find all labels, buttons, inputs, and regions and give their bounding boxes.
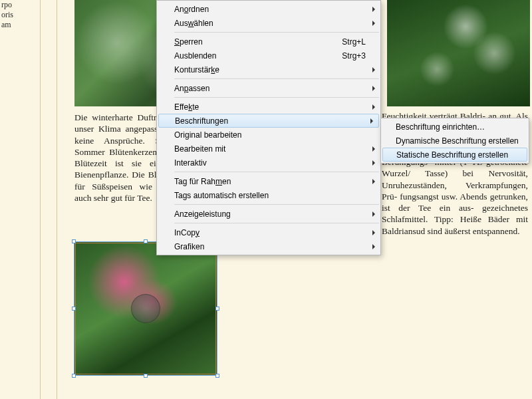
menu-item-anpassen[interactable]: Anpassen xyxy=(157,81,380,95)
image-frame-top-right[interactable] xyxy=(387,0,530,106)
submenu-arrow-icon xyxy=(372,160,375,166)
sidebar-text-fragment: rpoorisam xyxy=(1,0,38,30)
submenu-arrow-icon xyxy=(372,211,375,217)
menu-label: Beschriftung einrichten… xyxy=(396,122,485,132)
image-frame-selected[interactable] xyxy=(74,242,217,375)
menu-label: Tags automatisch erstellen xyxy=(174,191,366,200)
submenu-arrow-icon xyxy=(370,118,373,124)
submenu-arrow-icon xyxy=(372,21,375,26)
menu-label: Original bearbeiten xyxy=(174,130,366,140)
menu-item-tag-fuer-rahmen[interactable]: Tag für Rahmen xyxy=(157,174,380,188)
submenu-arrow-icon xyxy=(372,146,375,152)
submenu-arrow-icon xyxy=(372,244,375,249)
menu-separator xyxy=(174,204,379,205)
menu-label: Anordnen xyxy=(174,5,366,14)
plant-image xyxy=(387,0,530,106)
menu-label: Sperren xyxy=(174,37,342,47)
menu-item-ausblenden[interactable]: Ausblenden Strg+3 xyxy=(157,49,380,63)
menu-label: Auswählen xyxy=(174,19,366,28)
menu-shortcut: Strg+3 xyxy=(342,51,366,61)
submenu-beschriftungen: Beschriftung einrichten… Dynamische Besc… xyxy=(380,118,529,164)
submenu-arrow-icon xyxy=(372,67,375,72)
content-grabber-icon[interactable] xyxy=(131,294,160,323)
menu-item-auswaehlen[interactable]: Auswählen xyxy=(157,16,380,30)
submenu-arrow-icon xyxy=(372,179,375,184)
menu-item-anordnen[interactable]: Anordnen xyxy=(157,2,380,16)
menu-separator xyxy=(174,78,379,79)
menu-item-interaktiv[interactable]: Interaktiv xyxy=(157,156,380,170)
submenu-arrow-icon xyxy=(372,7,375,12)
menu-item-sperren[interactable]: Sperren Strg+L xyxy=(157,35,380,49)
submenu-arrow-icon xyxy=(372,104,375,110)
resize-handle[interactable] xyxy=(72,374,76,378)
menu-separator xyxy=(174,97,379,98)
menu-label: Konturstärke xyxy=(174,65,366,74)
menu-shortcut: Strg+L xyxy=(342,37,366,47)
menu-label: Anpassen xyxy=(174,84,366,93)
menu-label: Grafiken xyxy=(174,242,366,251)
menu-label: Dynamische Beschriftung erstellen xyxy=(396,136,519,146)
margin-guide xyxy=(40,0,41,399)
submenu-item-dynamisch[interactable]: Dynamische Beschriftung erstellen xyxy=(381,134,529,148)
menu-item-tags-auto[interactable]: Tags automatisch erstellen xyxy=(157,188,380,202)
menu-label: Bearbeiten mit xyxy=(174,144,366,154)
menu-separator xyxy=(174,223,379,223)
menu-label: Ausblenden xyxy=(174,51,342,61)
submenu-item-statisch[interactable]: Statische Beschriftung erstellen xyxy=(382,148,527,162)
menu-item-original-bearbeiten[interactable]: Original bearbeiten xyxy=(157,128,380,142)
menu-separator xyxy=(174,172,379,172)
context-menu: Anordnen Auswählen Sperren Strg+L Ausble… xyxy=(156,0,381,255)
menu-item-beschriftungen[interactable]: Beschriftungen xyxy=(158,114,379,128)
resize-handle[interactable] xyxy=(144,374,148,378)
menu-item-bearbeiten-mit[interactable]: Bearbeiten mit xyxy=(157,142,380,156)
menu-label: InCopy xyxy=(174,228,366,237)
menu-label: Effekte xyxy=(174,102,366,112)
menu-label: Tag für Rahmen xyxy=(174,177,366,186)
menu-item-incopy[interactable]: InCopy xyxy=(157,225,380,239)
resize-handle[interactable] xyxy=(215,374,219,378)
menu-label: Interaktiv xyxy=(174,158,366,168)
submenu-arrow-icon xyxy=(372,230,375,235)
margin-guide xyxy=(57,0,57,399)
menu-item-konturstaerke[interactable]: Konturstärke xyxy=(157,63,380,76)
resize-handle[interactable] xyxy=(144,239,148,243)
resize-handle[interactable] xyxy=(215,307,219,311)
menu-item-grafiken[interactable]: Grafiken xyxy=(157,239,380,253)
submenu-arrow-icon xyxy=(372,86,375,91)
menu-label: Statische Beschriftung erstellen xyxy=(396,150,508,160)
menu-separator xyxy=(174,32,379,33)
menu-label: Anzeigeleistung xyxy=(174,209,366,219)
resize-handle[interactable] xyxy=(72,307,76,311)
menu-item-anzeigeleistung[interactable]: Anzeigeleistung xyxy=(157,207,380,221)
menu-item-effekte[interactable]: Effekte xyxy=(157,100,380,114)
menu-label: Beschriftungen xyxy=(175,116,365,126)
resize-handle[interactable] xyxy=(72,239,76,243)
submenu-item-einrichten[interactable]: Beschriftung einrichten… xyxy=(381,120,529,134)
